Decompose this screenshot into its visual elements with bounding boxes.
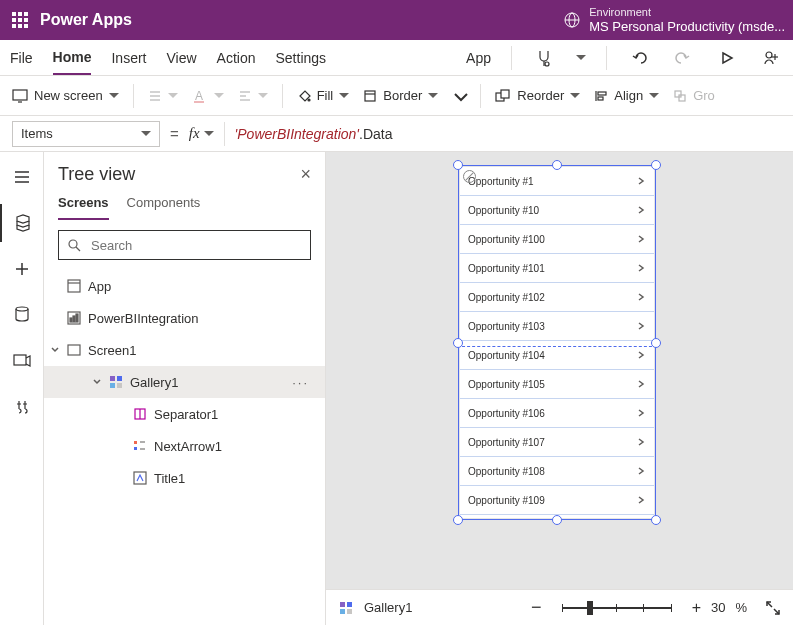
resize-handle[interactable] xyxy=(453,515,463,525)
rail-data-icon[interactable] xyxy=(0,296,44,334)
tree-node-screen1[interactable]: Screen1 xyxy=(44,334,325,366)
format-chev-icon[interactable] xyxy=(452,91,466,101)
undo-icon[interactable] xyxy=(627,46,651,70)
reorder-button[interactable]: Reorder xyxy=(495,88,580,103)
fit-screen-icon[interactable] xyxy=(765,600,781,616)
resize-handle[interactable] xyxy=(651,515,661,525)
border-label: Border xyxy=(383,88,422,103)
rail-insert-icon[interactable] xyxy=(0,250,44,288)
group-button[interactable]: Gro xyxy=(673,88,715,103)
chevron-down-icon xyxy=(204,131,214,137)
app-checker-icon[interactable] xyxy=(532,46,556,70)
menu-settings[interactable]: Settings xyxy=(276,42,327,74)
fx-button[interactable]: fx xyxy=(189,125,214,142)
app-button[interactable]: App xyxy=(466,42,491,74)
gallery-row[interactable]: Opportunity #101 xyxy=(460,254,654,283)
gallery-row[interactable]: Opportunity #105 xyxy=(460,370,654,399)
resize-handle[interactable] xyxy=(651,160,661,170)
zoom-value: 30 xyxy=(711,600,725,615)
gallery-row[interactable]: Opportunity #109 xyxy=(460,486,654,515)
zoom-in-button[interactable]: + xyxy=(692,599,701,617)
resize-handle[interactable] xyxy=(651,338,661,348)
app-icon xyxy=(66,278,82,294)
tree-node-gallery1[interactable]: Gallery1 ··· xyxy=(44,366,325,398)
gallery-row[interactable]: Opportunity #106 xyxy=(460,399,654,428)
chevron-right-icon[interactable] xyxy=(636,466,646,476)
chevron-right-icon[interactable] xyxy=(636,234,646,244)
chevron-right-icon[interactable] xyxy=(636,263,646,273)
zoom-slider[interactable] xyxy=(562,601,672,615)
more-icon[interactable]: ··· xyxy=(292,375,309,390)
gallery-row[interactable]: Opportunity #1 xyxy=(460,167,654,196)
chevron-down-icon[interactable] xyxy=(50,345,60,355)
tree-node-powerbi[interactable]: PowerBIIntegration xyxy=(44,302,325,334)
rail-tools-icon[interactable] xyxy=(0,388,44,426)
property-dropdown[interactable]: Items xyxy=(12,121,160,147)
rail-hamburger-icon[interactable] xyxy=(0,158,44,196)
resize-handle[interactable] xyxy=(453,338,463,348)
fill-button[interactable]: Fill xyxy=(297,88,350,103)
share-icon[interactable] xyxy=(759,46,783,70)
gallery-row[interactable]: Opportunity #102 xyxy=(460,283,654,312)
menu-home[interactable]: Home xyxy=(53,41,92,75)
svg-rect-18 xyxy=(365,91,375,101)
tree-list: App PowerBIIntegration Screen1 Gallery1 … xyxy=(44,270,325,625)
play-icon[interactable] xyxy=(715,46,739,70)
canvas[interactable]: Opportunity #1Opportunity #10Opportunity… xyxy=(326,152,793,589)
tab-screens[interactable]: Screens xyxy=(58,195,109,220)
menu-file[interactable]: File xyxy=(10,42,33,74)
chevron-right-icon[interactable] xyxy=(636,292,646,302)
border-button[interactable]: Border xyxy=(363,88,438,103)
align-label: Align xyxy=(614,88,643,103)
svg-rect-41 xyxy=(76,314,78,322)
waffle-icon[interactable] xyxy=(12,12,28,28)
tree-node-nextarrow1[interactable]: NextArrow1 xyxy=(44,430,325,462)
tree-label: App xyxy=(88,279,111,294)
chevron-down-icon[interactable] xyxy=(92,377,102,387)
chevron-right-icon[interactable] xyxy=(636,495,646,505)
gallery-control[interactable]: Opportunity #1Opportunity #10Opportunity… xyxy=(460,167,654,518)
redo-icon[interactable] xyxy=(671,46,695,70)
gallery-row[interactable]: Opportunity #108 xyxy=(460,457,654,486)
close-icon[interactable]: × xyxy=(300,164,311,185)
align-button[interactable]: Align xyxy=(594,88,659,103)
chevron-down-icon[interactable] xyxy=(576,55,586,61)
chevron-right-icon[interactable] xyxy=(636,176,646,186)
gallery-row[interactable]: Opportunity #103 xyxy=(460,312,654,341)
menu-action[interactable]: Action xyxy=(217,42,256,74)
chevron-right-icon[interactable] xyxy=(636,379,646,389)
tree-node-separator1[interactable]: Separator1 xyxy=(44,398,325,430)
gallery-row[interactable]: Opportunity #100 xyxy=(460,225,654,254)
search-input[interactable] xyxy=(89,237,302,254)
gallery-row[interactable]: Opportunity #10 xyxy=(460,196,654,225)
menu-view[interactable]: View xyxy=(166,42,196,74)
formula-input[interactable]: 'PowerBIIntegration'.Data xyxy=(235,126,393,142)
chevron-right-icon[interactable] xyxy=(636,321,646,331)
gallery-row[interactable]: Opportunity #104 xyxy=(460,341,654,370)
rail-media-icon[interactable] xyxy=(0,342,44,380)
tab-components[interactable]: Components xyxy=(127,195,201,220)
new-screen-button[interactable]: New screen xyxy=(12,88,119,103)
rail-tree-view-icon[interactable] xyxy=(0,204,44,242)
svg-rect-13 xyxy=(194,101,204,103)
gallery-row-title: Opportunity #103 xyxy=(468,321,545,332)
menu-insert[interactable]: Insert xyxy=(111,42,146,74)
svg-rect-26 xyxy=(679,95,685,101)
tree-node-app[interactable]: App xyxy=(44,270,325,302)
chevron-right-icon[interactable] xyxy=(636,437,646,447)
chevron-right-icon[interactable] xyxy=(636,350,646,360)
gallery-row[interactable]: Opportunity #107 xyxy=(460,428,654,457)
font-color-button[interactable]: A xyxy=(192,88,224,104)
theme-button[interactable] xyxy=(148,89,178,103)
resize-handle[interactable] xyxy=(453,160,463,170)
chevron-right-icon[interactable] xyxy=(636,205,646,215)
zoom-out-button[interactable]: − xyxy=(531,597,542,618)
environment-picker[interactable]: Environment MS Personal Productivity (ms… xyxy=(563,6,785,35)
chevron-right-icon[interactable] xyxy=(636,408,646,418)
resize-handle[interactable] xyxy=(552,160,562,170)
resize-handle[interactable] xyxy=(552,515,562,525)
search-box[interactable] xyxy=(58,230,311,260)
text-align-button[interactable] xyxy=(238,89,268,103)
svg-rect-40 xyxy=(73,316,75,322)
tree-node-title1[interactable]: Title1 xyxy=(44,462,325,494)
